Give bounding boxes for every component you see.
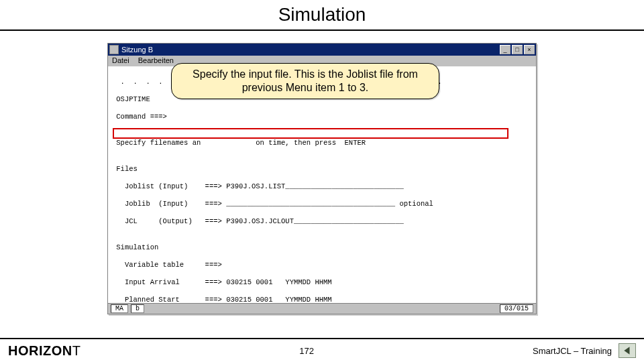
term-line: Command ===> [112, 113, 532, 121]
page-title: Simulation [0, 0, 644, 29]
title-divider [0, 29, 644, 31]
menu-edit[interactable]: Bearbeiten [138, 56, 174, 64]
course-name: SmartJCL – Training [533, 346, 612, 356]
terminal-body[interactable]: . . . . . . . . . . . . . . . . . . . . … [108, 66, 536, 303]
term-line: Variable table ===> [112, 261, 532, 269]
system-menu-icon[interactable] [109, 45, 119, 54]
term-line: Simulation [112, 243, 532, 252]
status-cell: MA [111, 304, 128, 313]
arrow-left-icon [623, 346, 632, 355]
page-number: 172 [299, 346, 314, 356]
callout-line: previous Menu item 1 to 3. [182, 81, 428, 95]
term-line: Files [112, 165, 532, 174]
callout-line: Specify the input file. This is the Jobl… [182, 68, 428, 81]
term-line: Joblist (Input) ===> P390J.OSJ.LIST_____… [112, 182, 532, 191]
svg-marker-0 [624, 347, 629, 355]
window-statusbar: MA b 03/015 [108, 303, 536, 314]
window-titlebar: Sitzung B _ □ × [108, 44, 536, 56]
term-line: Planned Start ===> 030215 0001 YYMMDD HH… [112, 296, 532, 303]
maximize-button[interactable]: □ [512, 45, 523, 54]
brand-logo: HORIZONT [8, 343, 80, 359]
menu-file[interactable]: Datei [112, 56, 129, 64]
nav-prev-button[interactable] [619, 343, 636, 358]
window-buttons: _ □ × [500, 45, 535, 54]
term-line: Joblib (Input) ===> ____________________… [112, 200, 532, 208]
callout-bubble: Specify the input file. This is the Jobl… [171, 63, 439, 99]
term-line: JCL (Output) ===> P390J.OSJ.JCLOUT______… [112, 217, 532, 226]
status-position: 03/015 [500, 304, 533, 313]
slide-stage: Sitzung B _ □ × Datei Bearbeiten . . . .… [107, 43, 537, 318]
status-cell: b [131, 304, 144, 313]
minimize-button[interactable]: _ [500, 45, 511, 54]
close-button[interactable]: × [524, 45, 535, 54]
slide-footer: HORIZONT 172 SmartJCL – Training [0, 339, 644, 362]
term-line: Input Arrival ===> 030215 0001 YYMMDD HH… [112, 278, 532, 287]
term-line: Specify filenames an on time, then press… [112, 139, 532, 147]
window-title: Sitzung B [121, 46, 500, 54]
